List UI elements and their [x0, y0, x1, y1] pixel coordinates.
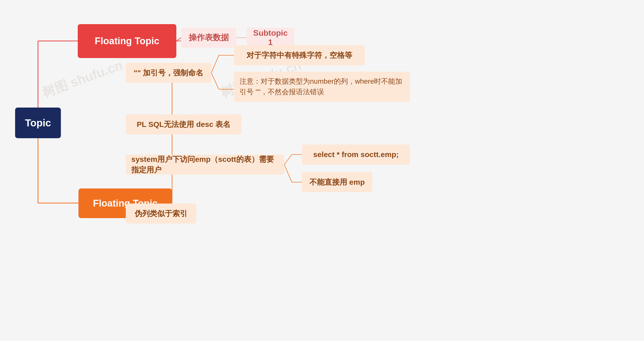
rowid-node[interactable]: 伪列类似于索引	[126, 204, 196, 224]
plsql-label: PL SQL无法使用 desc 表名	[137, 119, 231, 130]
caozuo-label: 操作表数据	[189, 32, 229, 43]
notice-node[interactable]: 注意：对于数据类型为number的列，where时不能加引号 ""，不然会报语法…	[234, 72, 410, 102]
floating-topic-1-node[interactable]: Floating Topic	[78, 24, 176, 58]
system-label: system用户下访问emp（scott的表）需要指定用户	[131, 154, 279, 175]
rowid-label: 伪列类似于索引	[135, 208, 187, 219]
subtopic1-label: Subtopic 1	[252, 28, 289, 47]
special-node[interactable]: 对于字符中有特殊字符，空格等	[234, 45, 365, 65]
nodirect-node[interactable]: 不能直接用 emp	[302, 172, 372, 192]
select-label: select * from soctt.emp;	[313, 149, 399, 160]
special-label: 对于字符中有特殊字符，空格等	[247, 50, 352, 61]
quotes-label: "" 加引号，强制命名	[134, 68, 204, 78]
select-node[interactable]: select * from soctt.emp;	[302, 144, 410, 165]
nodirect-label: 不能直接用 emp	[309, 177, 365, 187]
mind-map: 树图 shufu.cn 树图 shufu.cn	[0, 0, 644, 341]
topic-label: Topic	[25, 117, 51, 129]
caozuo-node[interactable]: 操作表数据	[181, 28, 236, 48]
plsql-node[interactable]: PL SQL无法使用 desc 表名	[126, 114, 242, 134]
topic-node[interactable]: Topic	[15, 108, 61, 138]
system-node[interactable]: system用户下访问emp（scott的表）需要指定用户	[126, 155, 284, 175]
svg-line-4	[176, 38, 181, 41]
quotes-node[interactable]: "" 加引号，强制命名	[126, 63, 211, 83]
svg-line-18	[284, 165, 292, 182]
svg-line-16	[284, 155, 292, 165]
svg-line-14	[211, 73, 219, 89]
subtopic1-node[interactable]: Subtopic 1	[247, 28, 294, 48]
notice-label: 注意：对于数据类型为number的列，where时不能加引号 ""，不然会报语法…	[239, 76, 405, 97]
watermark-1: 树图 shufu.cn	[40, 57, 125, 102]
floating1-label: Floating Topic	[95, 36, 159, 46]
svg-line-12	[211, 55, 219, 73]
